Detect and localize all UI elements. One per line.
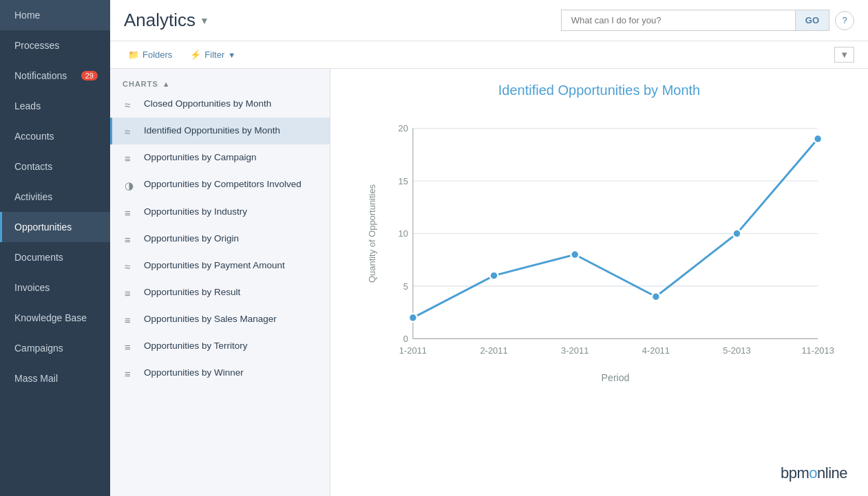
chart-list-item-by-territory[interactable]: ≡Opportunities by Territory	[110, 333, 330, 360]
filter-button[interactable]: ⚡ Filter ▼	[186, 47, 240, 63]
sidebar-item-processes[interactable]: Processes	[0, 30, 110, 61]
sidebar-item-campaigns[interactable]: Campaigns	[0, 333, 110, 363]
sidebar-item-label: Opportunities	[14, 222, 72, 233]
chart-item-label: Opportunities by Industry	[144, 206, 317, 218]
chart-items: ≈Closed Opportunities by Month≈Identifie…	[110, 91, 330, 387]
bpm-logo: bpmonline	[781, 464, 847, 482]
folders-label: Folders	[142, 50, 172, 60]
sidebar-item-contacts[interactable]: Contacts	[0, 151, 110, 182]
chart-type-icon: ≡	[125, 234, 137, 246]
content-area: CHARTS ▲ ≈Closed Opportunities by Month≈…	[110, 69, 868, 496]
search-bar: GO ?	[561, 10, 854, 31]
sidebar-item-accounts[interactable]: Accounts	[0, 121, 110, 151]
search-input[interactable]	[561, 10, 795, 31]
sidebar-badge-notifications: 29	[81, 71, 98, 80]
chart-type-icon: ◑	[125, 180, 137, 192]
chart-list-item-by-industry[interactable]: ≡Opportunities by Industry	[110, 199, 330, 226]
sidebar-item-opportunities[interactable]: Opportunities	[0, 212, 110, 242]
chart-item-label: Opportunities by Territory	[144, 340, 317, 352]
toolbar: 📁 Folders ⚡ Filter ▼ ▼	[110, 41, 868, 69]
chart-list-item-by-competitors[interactable]: ◑Opportunities by Competitors Involved	[110, 171, 330, 199]
sidebar-item-label: Accounts	[14, 131, 54, 142]
filter-icon: ⚡	[190, 50, 201, 60]
collapse-button[interactable]: ▼	[834, 47, 854, 63]
svg-text:5-2013: 5-2013	[723, 345, 750, 356]
chart-type-icon: ≡	[125, 207, 137, 219]
chart-type-icon: ≈	[125, 99, 137, 111]
chart-list: CHARTS ▲ ≈Closed Opportunities by Month≈…	[110, 69, 330, 496]
sidebar-item-activities[interactable]: Activities	[0, 182, 110, 212]
sidebar-item-label: Activities	[14, 191, 52, 202]
chart-type-icon: ≡	[125, 153, 137, 164]
sidebar-item-label: Mass Mail	[14, 373, 58, 384]
sidebar-item-label: Contacts	[14, 161, 52, 172]
sidebar-item-invoices[interactable]: Invoices	[0, 272, 110, 303]
svg-text:Period: Period	[602, 372, 630, 383]
svg-text:5: 5	[403, 281, 408, 292]
logo-text-dark: bpm	[781, 464, 809, 482]
folders-button[interactable]: 📁 Folders	[124, 47, 176, 63]
svg-text:10: 10	[398, 228, 407, 239]
page-title: Analytics ▼	[124, 10, 209, 31]
logo-text-end: nline	[817, 464, 847, 482]
chart-type-icon: ≡	[125, 341, 137, 353]
sidebar-item-label: Knowledge Base	[14, 312, 87, 323]
charts-collapse-icon[interactable]: ▲	[162, 80, 171, 88]
sidebar-item-notifications[interactable]: Notifications29	[0, 61, 110, 91]
charts-section-header: CHARTS ▲	[110, 73, 330, 91]
chart-item-label: Opportunities by Competitors Involved	[144, 178, 317, 191]
toolbar-left: 📁 Folders ⚡ Filter ▼	[124, 47, 240, 63]
svg-point-15	[652, 292, 660, 301]
folder-icon: 📁	[128, 50, 139, 60]
sidebar-item-label: Processes	[14, 40, 59, 51]
sidebar-item-label: Campaigns	[14, 343, 63, 354]
charts-header-label: CHARTS	[123, 80, 158, 88]
chart-item-label: Opportunities by Payment Amount	[144, 259, 317, 272]
svg-text:4-2011: 4-2011	[642, 345, 670, 356]
chart-item-label: Opportunities by Result	[144, 286, 317, 299]
sidebar-item-leads[interactable]: Leads	[0, 91, 110, 121]
search-go-button[interactable]: GO	[795, 10, 829, 31]
chart-item-label: Identified Opportunities by Month	[144, 125, 317, 137]
sidebar-item-label: Invoices	[14, 282, 50, 293]
line-chart: 051015201-20112-20113-20114-20115-201311…	[351, 112, 847, 387]
chart-list-item-closed-by-month[interactable]: ≈Closed Opportunities by Month	[110, 91, 330, 118]
sidebar-item-documents[interactable]: Documents	[0, 242, 110, 272]
help-button[interactable]: ?	[835, 11, 854, 30]
chart-list-item-identified-by-month[interactable]: ≈Identified Opportunities by Month	[110, 118, 330, 144]
sidebar-item-home[interactable]: Home	[0, 0, 110, 30]
sidebar-item-mass-mail[interactable]: Mass Mail	[0, 363, 110, 393]
sidebar: HomeProcessesNotifications29LeadsAccount…	[0, 0, 110, 496]
page-title-text: Analytics	[124, 10, 195, 31]
chart-list-item-by-payment[interactable]: ≈Opportunities by Payment Amount	[110, 252, 330, 279]
chart-list-item-by-origin[interactable]: ≡Opportunities by Origin	[110, 226, 330, 252]
svg-point-12	[409, 314, 417, 322]
sidebar-item-label: Leads	[14, 100, 41, 111]
chart-item-label: Opportunities by Campaign	[144, 151, 317, 164]
svg-text:2-2011: 2-2011	[480, 345, 507, 356]
chart-item-label: Opportunities by Origin	[144, 233, 317, 245]
chart-type-icon: ≈	[125, 126, 137, 138]
sidebar-item-label: Documents	[14, 252, 63, 263]
chart-type-icon: ≡	[125, 288, 137, 299]
chart-list-item-by-winner[interactable]: ≡Opportunities by Winner	[110, 360, 330, 387]
title-dropdown-arrow[interactable]: ▼	[200, 15, 209, 26]
topbar: Analytics ▼ GO ?	[110, 0, 868, 41]
chart-item-label: Opportunities by Sales Manager	[144, 313, 317, 325]
chart-type-icon: ≡	[125, 314, 137, 326]
svg-text:Quantity of Opportunities: Quantity of Opportunities	[367, 184, 377, 283]
chart-container: 051015201-20112-20113-20114-20115-201311…	[351, 112, 847, 387]
chart-list-item-by-campaign[interactable]: ≡Opportunities by Campaign	[110, 144, 330, 171]
svg-text:0: 0	[403, 334, 408, 344]
chart-item-label: Opportunities by Winner	[144, 367, 317, 379]
chart-list-item-by-sales-manager[interactable]: ≡Opportunities by Sales Manager	[110, 306, 330, 333]
svg-point-17	[814, 135, 822, 143]
sidebar-item-knowledge-base[interactable]: Knowledge Base	[0, 303, 110, 333]
main-content: Analytics ▼ GO ? 📁 Folders ⚡ Filter ▼ ▼	[110, 0, 868, 496]
chart-display-area: Identified Opportunities by Month 051015…	[330, 69, 868, 496]
svg-text:1-2011: 1-2011	[399, 345, 427, 356]
svg-point-14	[571, 250, 579, 259]
sidebar-item-label: Home	[14, 10, 40, 21]
svg-text:11-2013: 11-2013	[801, 345, 834, 356]
chart-list-item-by-result[interactable]: ≡Opportunities by Result	[110, 279, 330, 306]
